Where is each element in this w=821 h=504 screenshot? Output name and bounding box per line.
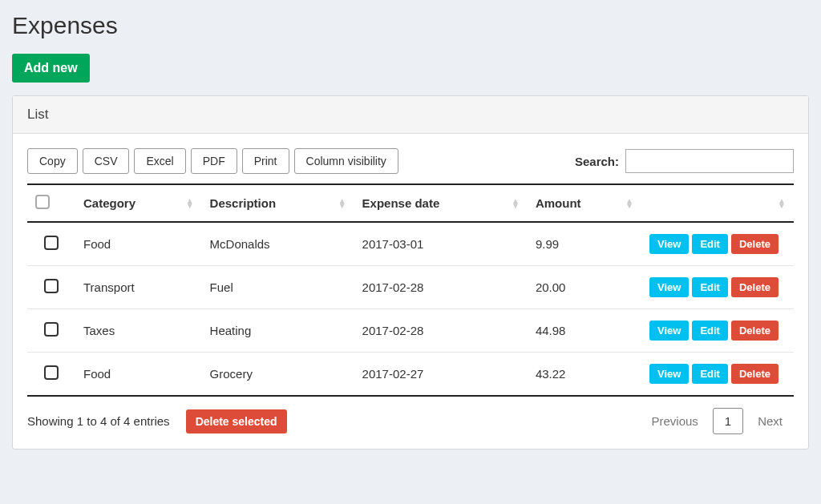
column-header-actions[interactable]: ▲▼ xyxy=(641,184,794,222)
export-toolbar: Copy CSV Excel PDF Print Column visibili… xyxy=(27,148,398,174)
cell-category: Transport xyxy=(75,266,202,309)
select-all-checkbox[interactable] xyxy=(35,195,50,209)
column-header-select-all xyxy=(27,184,75,222)
edit-button[interactable]: Edit xyxy=(692,364,728,384)
cell-category: Taxes xyxy=(75,309,202,353)
pdf-button[interactable]: PDF xyxy=(191,148,237,174)
delete-selected-button[interactable]: Delete selected xyxy=(186,409,287,433)
view-button[interactable]: View xyxy=(649,234,689,254)
sort-icon: ▲▼ xyxy=(778,199,786,208)
sort-icon: ▲▼ xyxy=(338,199,346,208)
cell-description: McDonalds xyxy=(202,222,354,266)
view-button[interactable]: View xyxy=(649,364,689,384)
cell-date: 2017-03-01 xyxy=(354,222,528,266)
delete-button[interactable]: Delete xyxy=(731,234,779,254)
column-header-category[interactable]: Category ▲▼ xyxy=(75,184,202,222)
csv-button[interactable]: CSV xyxy=(83,148,130,174)
cell-description: Fuel xyxy=(202,266,354,309)
cell-category: Food xyxy=(75,353,202,397)
pagination: Previous 1 Next xyxy=(640,408,794,434)
table-row: Transport Fuel 2017-02-28 20.00 View Edi… xyxy=(27,266,794,309)
search-label: Search: xyxy=(575,155,619,168)
excel-button[interactable]: Excel xyxy=(134,148,185,174)
view-button[interactable]: View xyxy=(649,277,689,297)
edit-button[interactable]: Edit xyxy=(692,234,728,254)
cell-amount: 44.98 xyxy=(528,309,641,353)
cell-amount: 9.99 xyxy=(528,222,641,266)
previous-page-button[interactable]: Previous xyxy=(640,408,709,434)
column-header-category-label: Category xyxy=(83,196,135,210)
cell-description: Grocery xyxy=(202,353,354,397)
delete-button[interactable]: Delete xyxy=(731,364,779,384)
table-row: Food McDonalds 2017-03-01 9.99 View Edit… xyxy=(27,222,794,266)
row-checkbox[interactable] xyxy=(44,322,59,337)
panel-title: List xyxy=(13,96,808,134)
column-header-description[interactable]: Description ▲▼ xyxy=(202,184,354,222)
expenses-table: Category ▲▼ Description ▲▼ Expense date … xyxy=(27,183,794,397)
sort-icon: ▲▼ xyxy=(625,199,633,208)
row-checkbox[interactable] xyxy=(44,365,59,380)
table-row: Food Grocery 2017-02-27 43.22 View Edit … xyxy=(27,353,794,397)
delete-button[interactable]: Delete xyxy=(731,321,779,341)
sort-icon: ▲▼ xyxy=(512,199,520,208)
column-header-amount-label: Amount xyxy=(536,196,581,210)
search-input[interactable] xyxy=(625,149,794,173)
copy-button[interactable]: Copy xyxy=(27,148,78,174)
list-panel: List Copy CSV Excel PDF Print Column vis… xyxy=(12,95,809,450)
sort-icon: ▲▼ xyxy=(186,199,194,208)
column-header-date[interactable]: Expense date ▲▼ xyxy=(354,184,528,222)
page-title: Expenses xyxy=(12,12,809,39)
add-new-button[interactable]: Add new xyxy=(12,54,90,83)
row-checkbox[interactable] xyxy=(44,236,59,250)
cell-category: Food xyxy=(75,222,202,266)
cell-amount: 20.00 xyxy=(528,266,641,309)
cell-date: 2017-02-27 xyxy=(354,353,528,397)
delete-button[interactable]: Delete xyxy=(731,277,779,297)
entries-info: Showing 1 to 4 of 4 entries xyxy=(27,414,170,428)
edit-button[interactable]: Edit xyxy=(692,321,728,341)
column-header-amount[interactable]: Amount ▲▼ xyxy=(528,184,641,222)
cell-date: 2017-02-28 xyxy=(354,266,528,309)
column-header-date-label: Expense date xyxy=(362,196,440,210)
print-button[interactable]: Print xyxy=(242,148,289,174)
view-button[interactable]: View xyxy=(649,321,689,341)
column-visibility-button[interactable]: Column visibility xyxy=(294,148,398,174)
current-page[interactable]: 1 xyxy=(713,408,743,434)
row-checkbox[interactable] xyxy=(44,279,59,293)
table-row: Taxes Heating 2017-02-28 44.98 View Edit… xyxy=(27,309,794,353)
cell-date: 2017-02-28 xyxy=(354,309,528,353)
cell-description: Heating xyxy=(202,309,354,353)
edit-button[interactable]: Edit xyxy=(692,277,728,297)
column-header-description-label: Description xyxy=(210,196,277,210)
next-page-button[interactable]: Next xyxy=(746,408,794,434)
cell-amount: 43.22 xyxy=(528,353,641,397)
